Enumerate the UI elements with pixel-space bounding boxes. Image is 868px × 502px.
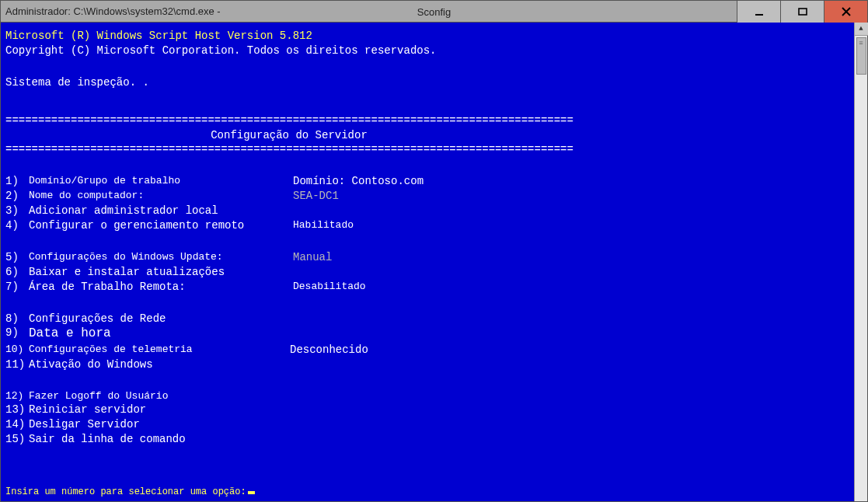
menu-item-14: 14) Desligar Servidor [5,417,849,432]
section-title: Configuração do Servidor [5,128,573,143]
minimize-button[interactable] [737,1,780,23]
svg-rect-1 [799,9,807,15]
wsh-version: Microsoft (R) Windows Script Host Versio… [5,29,849,44]
rule-top: ========================================… [5,113,849,128]
menu-item-7: 7) Área de Trabalho Remota: Desabilitado [5,280,849,295]
menu-item-10: 10) Configurações de telemetria Desconhe… [5,343,849,357]
menu-item-8: 8) Configurações de Rede [5,312,849,326]
window-title: Administrador: C:\Windows\system32\cmd.e… [1,5,221,17]
close-button[interactable] [824,1,867,23]
client-area: Microsoft (R) Windows Script Host Versio… [1,23,867,501]
maximize-button[interactable] [780,1,824,23]
prompt[interactable]: Insira um número para selecionar uma opç… [5,486,255,498]
menu-item-5: 5) Configurações do Windows Update: Manu… [5,250,849,265]
copyright: Copyright (C) Microsoft Corporation. Tod… [5,44,849,58]
cursor-icon [248,491,255,494]
menu-item-11: 11) Ativação do Windows [5,357,849,372]
cmd-window: Administrador: C:\Windows\system32\cmd.e… [0,0,868,502]
menu-item-4: 4) Configurar o gerenciamento remoto Hab… [5,218,849,233]
rule-bottom: ========================================… [5,142,849,157]
scrollbar[interactable]: ▲ [854,23,867,501]
titlebar[interactable]: Administrador: C:\Windows\system32\cmd.e… [1,1,867,23]
menu-item-9: 9) Data e hora [5,326,849,343]
inspection-system: Sistema de inspeção. . [5,75,849,90]
window-buttons [737,1,867,23]
scroll-up-button[interactable]: ▲ [855,23,868,36]
menu-item-12: 12) Fazer Logoff do Usuário [5,389,849,403]
window-subtitle: Sconfig [417,5,451,17]
menu-item-15: 15) Sair da linha de comando [5,432,849,447]
console[interactable]: Microsoft (R) Windows Script Host Versio… [1,23,854,501]
menu-item-1: 1) Domínio/Grupo de trabalho Domínio: Co… [5,174,849,189]
menu-item-3: 3) Adicionar administrador local [5,204,849,218]
menu-item-2: 2) Nome do computador: SEA-DC1 [5,189,849,204]
menu-item-6: 6) Baixar e instalar atualizações [5,265,849,280]
menu-item-13: 13) Reiniciar servidor [5,403,849,417]
scroll-thumb[interactable] [856,37,866,75]
